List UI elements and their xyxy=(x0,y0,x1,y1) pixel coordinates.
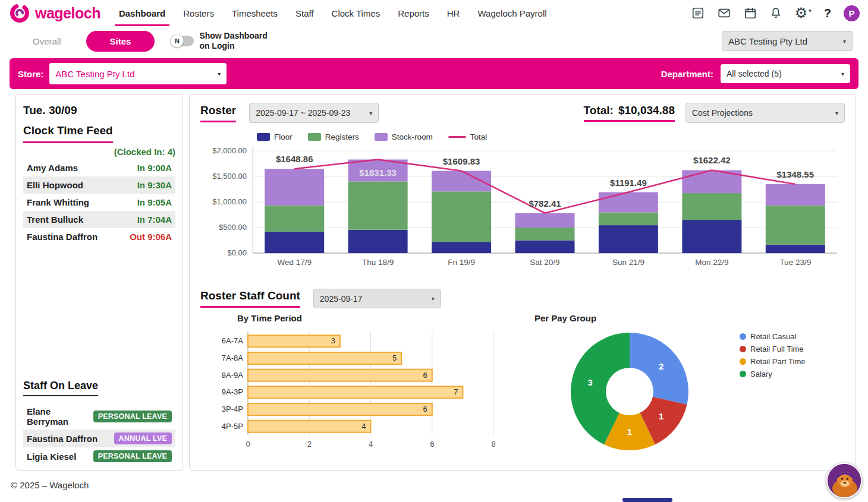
svg-text:4P-5P: 4P-5P xyxy=(222,422,243,431)
staff-name: Frank Whitting xyxy=(27,197,89,207)
nav-item-clock-times[interactable]: Clock Times xyxy=(323,0,389,26)
legend-dot xyxy=(740,358,746,365)
leave-badge: PERSONAL LEAVE xyxy=(93,450,172,462)
svg-text:6: 6 xyxy=(423,405,427,413)
help-icon[interactable]: ? xyxy=(824,7,831,20)
pay-legend-item: Retail Casual xyxy=(740,332,805,341)
dashboard-subnav: Overall Sites N Show Dashboard on Login … xyxy=(0,26,868,56)
wageloch-logo[interactable]: wageloch xyxy=(8,2,100,24)
roster-card: Roster 2025-09-17 ~ 2025-09-23 ▾ Total: … xyxy=(189,94,856,471)
svg-text:7A-8A: 7A-8A xyxy=(222,353,243,362)
store-label: Store: xyxy=(18,69,43,79)
chevron-down-icon: ▾ xyxy=(843,38,846,45)
svg-text:9A-3P: 9A-3P xyxy=(222,387,243,396)
svg-text:7: 7 xyxy=(454,387,458,396)
department-select-value: All selected (5) xyxy=(727,69,782,78)
horizontal-scrollbar-thumb[interactable] xyxy=(622,498,672,502)
roster-total: Total: $10,034.88 xyxy=(584,104,675,122)
legend-item-total: Total xyxy=(448,132,488,141)
clock-status: In 9:30A xyxy=(137,180,172,190)
svg-text:6: 6 xyxy=(423,371,427,380)
roster-staff-count-header: Roster Staff Count 2025-09-17 ▾ xyxy=(200,289,845,308)
staff-name: Amy Adams xyxy=(27,163,78,173)
roster-period-value: 2025-09-17 ~ 2025-09-23 xyxy=(256,108,350,118)
clock-feed-row: Elli HopwoodIn 9:30A xyxy=(23,176,175,194)
nav-item-dashboard[interactable]: Dashboard xyxy=(110,0,174,26)
svg-text:1: 1 xyxy=(659,411,663,421)
nav-item-staff[interactable]: Staff xyxy=(287,0,323,26)
department-label: Department: xyxy=(661,69,713,79)
svg-text:$1,500.00: $1,500.00 xyxy=(212,172,247,181)
pay-group-title: Per Pay Group xyxy=(503,313,628,323)
dashboard-content: Tue. 30/09 Clock Time Feed (Clocked In: … xyxy=(0,94,868,471)
nav-item-rosters[interactable]: Rosters xyxy=(174,0,223,26)
legend-label: Stock-room xyxy=(392,132,433,141)
leave-row: Faustina DaffronANNUAL LVE xyxy=(23,430,175,447)
svg-text:$1,000.00: $1,000.00 xyxy=(212,197,247,206)
wageloch-logo-icon xyxy=(8,2,31,24)
time-period-block: By Time Period 024686A-7A37A-8A58A-9A69A… xyxy=(200,313,501,457)
leave-badge: PERSONAL LEAVE xyxy=(93,411,172,422)
pay-group-chart: 2113 xyxy=(567,329,692,454)
staff-on-leave-section: Staff On Leave Elane BerrymanPERSONAL LE… xyxy=(23,380,175,465)
staff-name: Elli Hopwood xyxy=(27,180,83,190)
clock-time-feed-title: Clock Time Feed xyxy=(23,124,113,143)
clock-feed-row: Trent BulluckIn 7:04A xyxy=(23,211,175,228)
profile-avatar[interactable]: P xyxy=(844,5,860,21)
roster-period-select[interactable]: 2025-09-17 ~ 2025-09-23 ▾ xyxy=(249,103,379,123)
notifications-bell-icon[interactable] xyxy=(769,7,782,20)
staff-name: Ligia Kiesel xyxy=(27,452,76,462)
tab-overall[interactable]: Overall xyxy=(33,36,61,46)
department-select[interactable]: All selected (5) ▾ xyxy=(721,64,850,83)
staff-on-leave-list: Elane BerrymanPERSONAL LEAVEFaustina Daf… xyxy=(23,403,175,465)
tasks-icon[interactable] xyxy=(691,7,705,20)
svg-text:$1622.42: $1622.42 xyxy=(693,155,731,165)
staff-count-date-select[interactable]: 2025-09-17 ▾ xyxy=(313,289,441,308)
mascot-dog-icon xyxy=(828,464,862,498)
tab-sites[interactable]: Sites xyxy=(86,31,155,52)
mascot-avatar[interactable] xyxy=(826,463,862,498)
chevron-down-icon: ▾ xyxy=(835,110,838,116)
svg-text:Tue 23/9: Tue 23/9 xyxy=(779,258,811,267)
cost-projection-select[interactable]: Cost Projections ▾ xyxy=(685,103,845,123)
footer-copyright: © 2025 – Wageloch xyxy=(0,471,868,490)
svg-text:$782.41: $782.41 xyxy=(529,198,561,209)
settings-gear-icon[interactable]: ⚙ ▾ xyxy=(795,6,812,20)
clock-status: In 7:04A xyxy=(137,214,172,225)
clock-feed-row: Faustina DaffronOut 9:06A xyxy=(23,228,175,245)
legend-label: Retail Part Time xyxy=(750,357,805,366)
legend-label: Retail Casual xyxy=(750,332,796,341)
svg-text:2: 2 xyxy=(307,440,312,449)
brand-name: wageloch xyxy=(35,5,100,22)
svg-text:8A-9A: 8A-9A xyxy=(222,371,243,380)
svg-text:Wed 17/9: Wed 17/9 xyxy=(277,258,312,267)
svg-text:8: 8 xyxy=(491,440,495,449)
company-select[interactable]: ABC Testing Pty Ltd ▾ xyxy=(722,31,853,51)
nav-item-timesheets[interactable]: Timesheets xyxy=(223,0,287,26)
svg-text:4: 4 xyxy=(369,440,373,449)
staff-count-date-value: 2025-09-17 xyxy=(320,294,363,304)
svg-text:6A-7A: 6A-7A xyxy=(222,336,243,345)
roster-total-label: Total: xyxy=(584,104,614,117)
legend-label: Floor xyxy=(274,132,293,141)
show-dashboard-toggle[interactable]: N xyxy=(170,36,194,46)
svg-text:6: 6 xyxy=(430,440,434,449)
nav-item-wageloch-payroll[interactable]: Wageloch Payroll xyxy=(468,0,555,26)
top-icons: ⚙ ▾ ? P xyxy=(691,5,860,21)
svg-text:3: 3 xyxy=(331,336,335,345)
store-bar: Store: ABC Testing Pty Ltd ▾ Department:… xyxy=(10,58,858,89)
nav-item-reports[interactable]: Reports xyxy=(389,0,438,26)
nav-item-hr[interactable]: HR xyxy=(438,0,469,26)
main-nav: DashboardRostersTimesheetsStaffClock Tim… xyxy=(110,0,556,26)
store-select-value: ABC Testing Pty Ltd xyxy=(55,69,134,79)
chevron-down-icon: ▾ xyxy=(809,8,812,14)
time-period-title: By Time Period xyxy=(237,313,501,323)
clock-feed-row: Frank WhittingIn 9:05A xyxy=(23,194,175,211)
store-select[interactable]: ABC Testing Pty Ltd ▾ xyxy=(49,63,227,84)
staff-name: Trent Bulluck xyxy=(27,214,83,225)
legend-swatch xyxy=(375,133,388,141)
mail-icon[interactable] xyxy=(717,7,731,20)
calendar-icon[interactable] xyxy=(744,7,757,20)
svg-text:3: 3 xyxy=(588,377,593,387)
legend-label: Registers xyxy=(325,132,359,141)
